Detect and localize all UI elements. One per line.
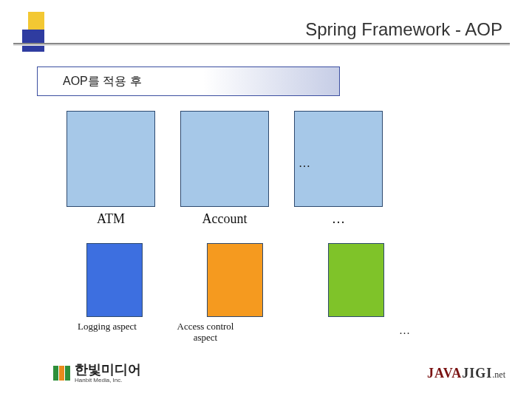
aspect-label: Logging aspect [66, 321, 148, 332]
subtitle-text: AOP를 적용 후 [63, 74, 142, 89]
ellipsis-icon: … [399, 324, 410, 337]
module-account: Account [180, 111, 269, 227]
hanbit-name: 한빛미디어 [75, 363, 141, 376]
logo-bar-orange [59, 366, 64, 381]
hanbit-subtitle: Hanbit Media, Inc. [75, 377, 141, 383]
javajigi-net: .net [492, 369, 505, 380]
aspect-box-orange [207, 243, 263, 317]
aspects-row: Logging aspect Access control aspect … [66, 243, 480, 344]
module-label: Account [180, 211, 269, 227]
hanbit-logo-mark [53, 366, 70, 381]
module-atm: ATM [66, 111, 155, 227]
logo-bar-green [65, 366, 70, 381]
logo-bar-green [53, 366, 58, 381]
hanbit-logo: 한빛미디어 Hanbit Media, Inc. [53, 363, 141, 383]
hanbit-text-block: 한빛미디어 Hanbit Media, Inc. [75, 363, 141, 383]
header-divider [13, 43, 510, 44]
ellipsis-icon: … [299, 157, 310, 170]
subtitle-box: AOP를 적용 후 [37, 66, 340, 96]
aspect-logging: Logging aspect [66, 243, 148, 332]
modules-row: ATM Account … … [66, 111, 480, 227]
page-title: Spring Framework - AOP [305, 19, 502, 40]
footer: 한빛미디어 Hanbit Media, Inc. JAVAJIGI.net [53, 362, 505, 384]
aspect-label: Access control aspect [165, 321, 246, 344]
javajigi-java: JAVA [427, 366, 462, 381]
aspect-box-green [328, 243, 384, 317]
javajigi-logo: JAVAJIGI.net [427, 366, 505, 381]
aspect-more [263, 243, 384, 321]
aspect-access-control: Access control aspect [148, 243, 263, 344]
module-box [66, 111, 155, 207]
aspect-box-blue [86, 243, 143, 317]
javajigi-jigi: JIGI [462, 366, 492, 381]
aop-diagram: ATM Account … … Logging aspect Access co… [66, 111, 480, 344]
corner-decoration [22, 12, 53, 56]
module-label: … [294, 211, 383, 227]
module-box [180, 111, 269, 207]
module-label: ATM [66, 211, 155, 227]
deco-blue-square [22, 30, 44, 52]
